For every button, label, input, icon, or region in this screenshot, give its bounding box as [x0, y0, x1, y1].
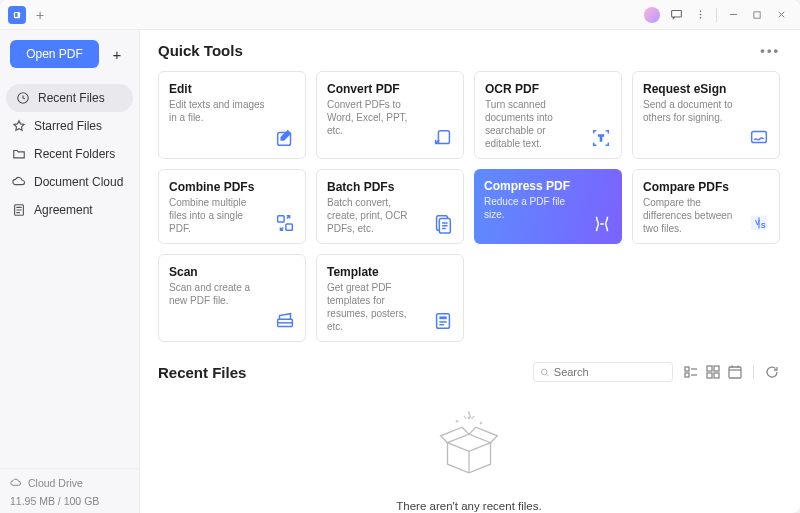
star-icon: [12, 119, 26, 133]
svg-rect-33: [685, 373, 689, 377]
tool-title: Scan: [169, 265, 295, 279]
app-window: + Open PDF +: [0, 0, 800, 513]
tool-title: OCR PDF: [485, 82, 611, 96]
svg-point-45: [480, 422, 483, 425]
content: Quick Tools ••• Edit Edit texts and imag…: [140, 30, 800, 513]
svg-line-31: [547, 374, 549, 376]
recent-header: Recent Files: [158, 362, 780, 382]
app-icon[interactable]: [8, 6, 26, 24]
nav-list: Recent Files Starred Files Recent Folder…: [0, 78, 139, 230]
recent-controls: [533, 362, 780, 382]
titlebar-right: [641, 4, 792, 26]
template-icon: [431, 309, 455, 333]
sidebar-item-recent-files[interactable]: Recent Files: [6, 84, 133, 112]
tool-card-template[interactable]: Template Get great PDF templates for res…: [316, 254, 464, 342]
svg-rect-15: [752, 132, 767, 143]
quick-tools-title: Quick Tools: [158, 42, 243, 59]
folder-icon: [12, 147, 26, 161]
svg-text:T: T: [598, 134, 603, 143]
tool-desc: Send a document to others for signing.: [643, 98, 769, 124]
grid-view-icon[interactable]: [705, 364, 721, 380]
open-pdf-button[interactable]: Open PDF: [10, 40, 99, 68]
chat-icon[interactable]: [665, 4, 687, 26]
svg-point-44: [456, 420, 459, 423]
calendar-view-icon[interactable]: [727, 364, 743, 380]
svg-rect-37: [714, 366, 719, 371]
batch-icon: [431, 211, 455, 235]
sidebar-item-label: Starred Files: [34, 119, 102, 133]
tool-desc: Edit texts and images in a file.: [169, 98, 295, 124]
titlebar-left: +: [8, 5, 48, 25]
svg-rect-16: [278, 216, 284, 222]
doc-icon: [12, 203, 26, 217]
tool-title: Compare PDFs: [643, 180, 769, 194]
compress-icon: [590, 212, 614, 236]
svg-point-5: [699, 17, 701, 19]
svg-rect-7: [754, 11, 760, 17]
svg-text:S: S: [761, 221, 766, 230]
avatar-icon[interactable]: [641, 4, 663, 26]
tool-card-ocr[interactable]: OCR PDF Turn scanned documents into sear…: [474, 71, 622, 159]
sidebar-item-label: Recent Files: [38, 91, 105, 105]
esign-icon: [747, 126, 771, 150]
cloud-icon: [10, 477, 22, 489]
svg-rect-27: [439, 316, 446, 319]
svg-rect-17: [286, 224, 292, 230]
kebab-icon[interactable]: [689, 4, 711, 26]
tool-title: Batch PDFs: [327, 180, 453, 194]
more-tools-button[interactable]: •••: [760, 43, 780, 58]
svg-rect-36: [707, 366, 712, 371]
search-input[interactable]: [554, 366, 666, 378]
add-tab-button[interactable]: +: [32, 5, 48, 25]
maximize-button[interactable]: [746, 4, 768, 26]
sidebar-item-agreement[interactable]: Agreement: [0, 196, 139, 224]
list-view-icon[interactable]: [683, 364, 699, 380]
empty-title: There aren't any recent files.: [158, 500, 780, 512]
cloud-drive-button[interactable]: Cloud Drive: [10, 477, 129, 489]
tool-desc: Scan and create a new PDF file.: [169, 281, 295, 307]
tool-title: Convert PDF: [327, 82, 453, 96]
tool-card-compare[interactable]: Compare PDFs Compare the differences bet…: [632, 169, 780, 244]
empty-box-icon: [426, 404, 512, 490]
tool-card-scan[interactable]: Scan Scan and create a new PDF file.: [158, 254, 306, 342]
titlebar: +: [0, 0, 800, 30]
storage-text: 11.95 MB / 100 GB: [10, 495, 129, 507]
scan-icon: [273, 309, 297, 333]
svg-rect-32: [685, 367, 689, 371]
tool-card-esign[interactable]: Request eSign Send a document to others …: [632, 71, 780, 159]
tool-title: Combine PDFs: [169, 180, 295, 194]
recent-files-title: Recent Files: [158, 364, 246, 381]
view-icons: [683, 364, 743, 380]
sidebar-item-document-cloud[interactable]: Document Cloud: [0, 168, 139, 196]
new-file-button[interactable]: +: [105, 42, 129, 66]
ocr-icon: T: [589, 126, 613, 150]
svg-point-3: [699, 10, 701, 12]
tool-title: Compress PDF: [484, 179, 612, 193]
sidebar-item-recent-folders[interactable]: Recent Folders: [0, 140, 139, 168]
close-button[interactable]: [770, 4, 792, 26]
tool-card-convert[interactable]: Convert PDF Convert PDFs to Word, Excel,…: [316, 71, 464, 159]
tool-title: Request eSign: [643, 82, 769, 96]
tool-title: Template: [327, 265, 453, 279]
svg-rect-26: [437, 314, 450, 329]
tool-card-combine[interactable]: Combine PDFs Combine multiple files into…: [158, 169, 306, 244]
tool-card-batch[interactable]: Batch PDFs Batch convert, create, print,…: [316, 169, 464, 244]
sidebar-item-label: Agreement: [34, 203, 93, 217]
combine-icon: [273, 211, 297, 235]
sidebar-item-starred-files[interactable]: Starred Files: [0, 112, 139, 140]
sidebar-item-label: Recent Folders: [34, 147, 115, 161]
search-wrap[interactable]: [533, 362, 673, 382]
cloud-drive-label: Cloud Drive: [28, 477, 83, 489]
svg-rect-2: [671, 10, 681, 17]
tool-card-compress[interactable]: Compress PDF Reduce a PDF file size.: [474, 169, 622, 244]
edit-icon: [273, 126, 297, 150]
clock-icon: [16, 91, 30, 105]
svg-point-4: [699, 14, 701, 16]
tool-grid: Edit Edit texts and images in a file. Co…: [158, 71, 780, 342]
sidebar-top: Open PDF +: [0, 30, 139, 78]
search-icon: [540, 367, 550, 378]
refresh-icon[interactable]: [764, 364, 780, 380]
tool-card-edit[interactable]: Edit Edit texts and images in a file.: [158, 71, 306, 159]
minimize-button[interactable]: [722, 4, 744, 26]
sidebar-item-label: Document Cloud: [34, 175, 123, 189]
